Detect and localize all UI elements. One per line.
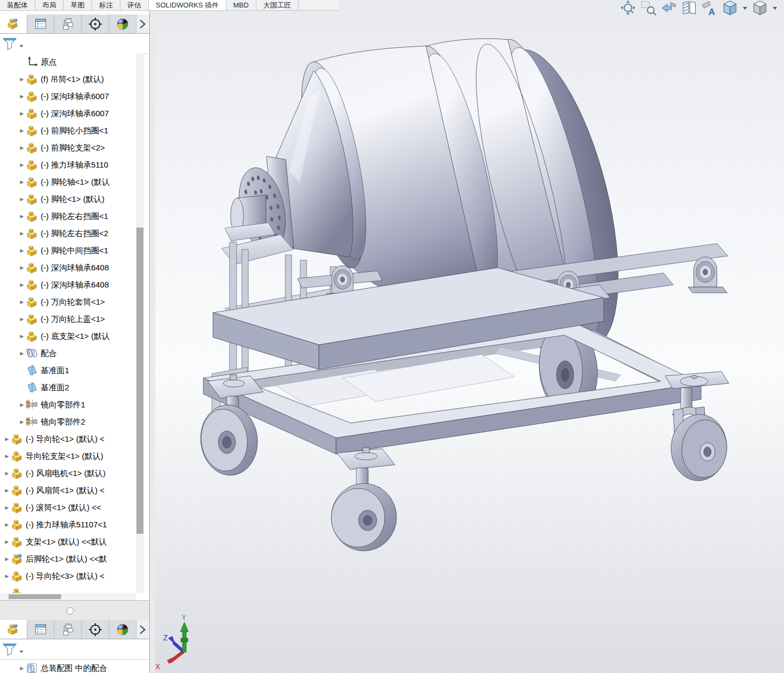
tree-item[interactable]: ▶ (f) 吊筒<1> (默认) — [0, 71, 136, 88]
fm-bottom-expand-button[interactable] — [136, 620, 149, 639]
tree-item[interactable]: ▶ (-) 滚筒<1> (默认) << — [0, 499, 136, 516]
expand-arrow-icon[interactable]: ▶ — [3, 471, 11, 476]
expand-arrow-icon[interactable]: ▶ — [18, 334, 26, 339]
expand-arrow-icon[interactable]: ▶ — [18, 265, 26, 270]
tree-item[interactable]: ▶ (-) 底支架<1> (默认 — [0, 328, 136, 345]
tree-item[interactable]: ▶ (-) 脚轮轴<1> (默认 — [0, 173, 136, 191]
expand-arrow-icon[interactable]: ▶ — [3, 539, 11, 545]
zoom-to-area-button[interactable] — [640, 0, 657, 16]
fm-bottom-tab-displaymanager[interactable] — [109, 620, 136, 639]
expand-arrow-icon[interactable]: ▶ — [18, 351, 26, 356]
annotation-views-button[interactable]: A — [701, 0, 718, 16]
bottom-tree-filter-caret[interactable] — [19, 647, 24, 652]
tree-item[interactable]: ▶ (-) 深沟球轴承6007 — [0, 105, 136, 122]
fm-tab-displaymanager[interactable] — [109, 14, 136, 33]
expand-arrow-icon[interactable]: ▶ — [3, 556, 11, 562]
display-style-dropdown-caret[interactable] — [772, 0, 778, 16]
panel-splitter[interactable] — [0, 600, 149, 621]
expand-arrow-icon[interactable]: ▶ — [18, 214, 26, 219]
tree-item[interactable]: ▶ 总装配图 中的配合 — [0, 660, 136, 673]
tree-item[interactable]: ▶ (-) 脚轮左右挡圈<1 — [0, 208, 136, 225]
expand-arrow-icon[interactable]: ▶ — [18, 94, 26, 99]
tree-item[interactable]: ▶ (-) 前脚轮支架<2> — [0, 139, 136, 156]
tree-item[interactable]: ▶ (-) 风扇电机<1> (默认) — [0, 465, 136, 482]
view-orientation-button[interactable] — [721, 0, 739, 16]
expand-arrow-icon[interactable]: ▶ — [18, 111, 26, 116]
previous-view-button[interactable] — [660, 0, 678, 16]
tree-item[interactable]: ▶配合 — [0, 345, 136, 362]
command-tab-7[interactable]: MBD — [226, 0, 256, 10]
tree-item[interactable]: ▶ (-) 深沟球轴承6408 — [0, 259, 136, 276]
bottom-tree-filter-funnel-icon[interactable] — [2, 642, 17, 657]
fm-expand-button[interactable] — [136, 14, 149, 33]
expand-arrow-icon[interactable]: ▶ — [18, 248, 26, 253]
expand-arrow-icon[interactable]: ▶ — [18, 282, 26, 288]
fm-bottom-tab-dimxpertmanager[interactable] — [82, 620, 109, 639]
fm-tab-dimxpertmanager[interactable] — [82, 14, 109, 33]
command-tab-1[interactable]: 装配体 — [0, 0, 35, 10]
tree-item[interactable]: ▶ (-) 风扇筒<1> (默认) < — [0, 482, 136, 499]
tree-item[interactable]: ▶ (-) 导向轮<3> (默认) < — [0, 568, 136, 585]
expand-arrow-icon[interactable]: ▶ — [18, 299, 26, 305]
tree-item[interactable]: ▶ 支架<1> (默认) <<默认 — [0, 533, 136, 550]
tree-item[interactable]: ▶ (-) 导向轮<1> (默认) < — [0, 430, 136, 448]
expand-arrow-icon[interactable]: ▶ — [18, 179, 26, 185]
tree-item[interactable]: ▶ (-) 深沟球轴承6007 — [0, 88, 136, 105]
expand-arrow-icon[interactable]: ▶ — [3, 522, 11, 527]
tree-item[interactable]: ▶ 后脚轮<1> (默认) <<默 — [0, 550, 136, 568]
expand-arrow-icon[interactable]: ▶ — [3, 505, 11, 510]
expand-arrow-icon[interactable]: ▶ — [18, 402, 26, 407]
expand-arrow-icon[interactable]: ▶ — [18, 316, 26, 322]
tree-filter-caret[interactable] — [19, 41, 24, 47]
tree-item[interactable]: ▶ 原点 — [0, 54, 136, 71]
tree-item[interactable]: ▶ (-) 脚轮<1> (默认) — [0, 191, 136, 208]
tree-item[interactable]: ▶ (-) 脚轮中间挡圈<1 — [0, 242, 136, 259]
expand-arrow-icon[interactable]: ▶ — [18, 196, 26, 202]
vertical-scrollbar-thumb[interactable] — [136, 228, 143, 534]
command-tab-5[interactable]: 评估 — [120, 0, 149, 10]
expand-arrow-icon[interactable]: ▶ — [18, 666, 26, 671]
splitter-handle[interactable] — [66, 607, 74, 615]
horizontal-scrollbar[interactable] — [0, 593, 136, 600]
fm-tab-propertymanager[interactable] — [27, 14, 55, 33]
command-tab-3[interactable]: 草图 — [64, 0, 92, 10]
tree-filter-funnel-icon[interactable] — [2, 36, 17, 51]
expand-arrow-icon[interactable]: ▶ — [18, 231, 26, 236]
tree-item[interactable]: ▶ 基准面1 — [0, 362, 136, 379]
tree-item[interactable]: ▶ (-) 前脚轮小挡圈<1 — [0, 122, 136, 139]
viewport-3d[interactable]: Y Z X — [155, 0, 784, 673]
horizontal-scrollbar-thumb[interactable] — [9, 594, 61, 599]
expand-arrow-icon[interactable]: ▶ — [18, 77, 26, 82]
section-view-button[interactable] — [681, 0, 698, 16]
zoom-to-fit-button[interactable] — [620, 0, 637, 16]
fm-tab-featuremanager[interactable] — [0, 14, 27, 33]
command-tab-6[interactable]: SOLIDWORKS 插件 — [149, 0, 226, 10]
fm-tab-configurationmanager[interactable] — [55, 14, 82, 33]
tree-item[interactable]: ▶ 镜向零部件1 — [0, 396, 136, 413]
tree-item[interactable]: ▶ (-) 万向轮上盖<1> — [0, 311, 136, 328]
tree-item[interactable]: ▶ 镜向零部件2 — [0, 413, 136, 430]
expand-arrow-icon[interactable]: ▶ — [18, 145, 26, 150]
expand-arrow-icon[interactable]: ▶ — [3, 436, 11, 442]
expand-arrow-icon[interactable]: ▶ — [18, 419, 26, 425]
expand-arrow-icon[interactable]: ▶ — [3, 573, 11, 579]
tree-item[interactable]: ▶ (-) 万向轮套筒<1> — [0, 293, 136, 311]
fm-bottom-tab-propertymanager[interactable] — [27, 620, 55, 639]
model-canvas[interactable]: Y Z X — [155, 0, 784, 673]
command-tab-4[interactable]: 标注 — [92, 0, 120, 10]
display-style-button[interactable] — [751, 0, 768, 16]
expand-arrow-icon[interactable]: ▶ — [18, 128, 26, 133]
expand-arrow-icon[interactable]: ▶ — [3, 453, 11, 459]
tree-item[interactable]: ▶ (-) 推力球轴承5110 — [0, 156, 136, 173]
expand-arrow-icon[interactable]: ▶ — [3, 488, 11, 493]
fm-bottom-tab-featuremanager[interactable] — [0, 620, 27, 639]
command-tab-8[interactable]: 大国工匠 — [256, 0, 299, 10]
vertical-scrollbar[interactable] — [136, 54, 144, 593]
tree-item[interactable]: ▶ — [0, 585, 136, 593]
tree-item[interactable]: ▶ (-) 脚轮左右挡圈<2 — [0, 225, 136, 242]
tree-item[interactable]: ▶ 基准面2 — [0, 379, 136, 396]
expand-arrow-icon[interactable]: ▶ — [18, 162, 26, 168]
view-orientation-dropdown-caret[interactable] — [742, 0, 748, 16]
tree-item[interactable]: ▶ (-) 推力球轴承51107<1 — [0, 516, 136, 533]
fm-bottom-tab-configurationmanager[interactable] — [55, 620, 82, 639]
